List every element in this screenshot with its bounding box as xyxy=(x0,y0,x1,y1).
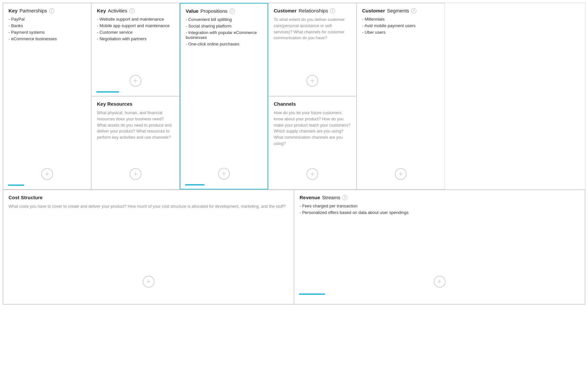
list-item: Fees charged per transaction xyxy=(300,203,579,208)
revenue-progress xyxy=(299,293,325,295)
revenue-streams-title: Revenue Streams i xyxy=(300,195,579,200)
cost-structure-title: Cost Structure xyxy=(9,195,288,200)
business-model-canvas: Key Partnerships i PayPal Banks Payment … xyxy=(0,0,588,388)
segments-list: Millennials Avid mobile payment users Ub… xyxy=(362,17,439,35)
list-item: Customer service xyxy=(97,30,174,35)
value-title-normal: Propositions xyxy=(200,8,228,14)
segments-title-normal: Segments xyxy=(387,8,409,13)
value-propositions-cell: Value Propositions i Convenient bill spl… xyxy=(180,3,268,189)
partnerships-add-button[interactable]: + xyxy=(41,168,53,180)
customer-relationships-cell: Customer Relationships i To what extent … xyxy=(268,3,357,96)
key-partnerships-title: Key Partnerships i xyxy=(9,8,86,13)
cust-rel-title-bold: Customer xyxy=(274,8,297,13)
key-resources-description: What physical, human, and financial reso… xyxy=(97,110,174,141)
value-title-bold: Value xyxy=(186,8,198,14)
channels-title: Channels xyxy=(274,101,351,107)
list-item: Integration with popular eCommerce busin… xyxy=(186,30,262,40)
list-item: Avid mobile payment users xyxy=(362,23,439,28)
customer-relationships-description: To what extent do you deliver customer c… xyxy=(274,17,351,41)
revenue-streams-cell: Revenue Streams i Fees charged per trans… xyxy=(294,190,585,304)
value-add-button[interactable]: + xyxy=(218,168,230,180)
cost-structure-add-button[interactable]: + xyxy=(143,276,155,288)
key-resources-cell: Key Resources What physical, human, and … xyxy=(91,96,180,189)
partnerships-list: PayPal Banks Payment systems eCommerce b… xyxy=(9,17,86,41)
activities-title-bold: Key xyxy=(97,8,106,13)
activities-progress xyxy=(96,91,119,93)
list-item: Uber users xyxy=(362,30,439,35)
cust-rel-title-normal: Relationships xyxy=(299,8,328,13)
list-item: One-click online purchases xyxy=(186,42,262,46)
customer-relationships-title: Customer Relationships i xyxy=(274,8,351,13)
list-item: Website support and maintenance xyxy=(97,17,174,22)
list-item: Social sharing platform xyxy=(186,24,262,28)
key-resources-add-button[interactable]: + xyxy=(130,168,141,180)
key-activities-cell: Key Activities i Website support and mai… xyxy=(91,3,180,96)
list-item: Payment systems xyxy=(9,30,86,35)
value-info-icon[interactable]: i xyxy=(230,9,235,14)
revenue-info-icon[interactable]: i xyxy=(342,195,347,200)
customer-segments-title: Customer Segments i xyxy=(362,8,439,13)
bottom-grid: Cost Structure What costs you have to co… xyxy=(3,190,585,305)
key-activities-title: Key Activities i xyxy=(97,8,174,13)
channels-add-button[interactable]: + xyxy=(306,168,318,180)
list-item: Banks xyxy=(9,23,86,28)
list-item: eCommerce businesses xyxy=(9,36,86,41)
list-item: Convenient bill splitting xyxy=(186,17,262,22)
segments-add-button[interactable]: + xyxy=(395,168,407,180)
activities-list: Website support and maintenance Mobile a… xyxy=(97,17,174,41)
segments-info-icon[interactable]: i xyxy=(411,8,416,13)
partnerships-title-normal: Partnerships xyxy=(20,8,47,13)
key-resources-title-text: Key Resources xyxy=(97,101,132,107)
revenue-title-normal: Streams xyxy=(322,195,340,200)
key-resources-title: Key Resources xyxy=(97,101,174,107)
list-item: Millennials xyxy=(362,17,439,22)
revenue-list: Fees charged per transaction Personalize… xyxy=(300,203,579,215)
value-progress xyxy=(185,184,205,185)
customer-segments-cell: Customer Segments i Millennials Avid mob… xyxy=(357,3,445,189)
top-grid: Key Partnerships i PayPal Banks Payment … xyxy=(3,3,585,190)
channels-description: How do you let your future customers kno… xyxy=(274,110,351,147)
revenue-title-bold: Revenue xyxy=(300,195,320,200)
cust-rel-info-icon[interactable]: i xyxy=(330,8,335,13)
list-item: Negotiation with partners xyxy=(97,36,174,41)
activities-title-normal: Activities xyxy=(108,8,127,13)
list-item: PayPal xyxy=(9,17,86,22)
activities-add-button[interactable]: + xyxy=(130,75,141,87)
cost-structure-cell: Cost Structure What costs you have to co… xyxy=(3,190,294,304)
segments-title-bold: Customer xyxy=(362,8,385,13)
activities-info-icon[interactable]: i xyxy=(129,8,135,13)
channels-title-text: Channels xyxy=(274,101,296,107)
revenue-add-button[interactable]: + xyxy=(434,276,446,288)
list-item: Personalized offers based on data about … xyxy=(300,210,579,215)
cost-structure-title-text: Cost Structure xyxy=(9,195,43,200)
partnerships-progress xyxy=(8,185,24,186)
customer-relationships-add-button[interactable]: + xyxy=(306,75,318,87)
partnerships-info-icon[interactable]: i xyxy=(49,8,54,13)
channels-cell: Channels How do you let your future cust… xyxy=(268,96,357,189)
partnerships-title-bold: Key xyxy=(9,8,18,13)
value-propositions-title: Value Propositions i xyxy=(186,8,262,14)
list-item: Mobile app support and maintenance xyxy=(97,23,174,28)
key-partnerships-cell: Key Partnerships i PayPal Banks Payment … xyxy=(3,3,91,189)
value-list: Convenient bill splitting Social sharing… xyxy=(186,17,262,46)
cost-structure-description: What costs you have to cover to create a… xyxy=(9,203,288,210)
